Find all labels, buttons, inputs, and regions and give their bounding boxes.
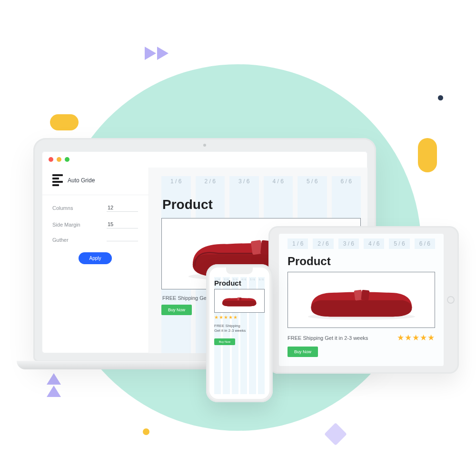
svg-rect-11 — [239, 298, 242, 300]
decoration-vertical-pill-icon — [418, 138, 437, 172]
decoration-dot-icon — [438, 95, 443, 100]
stage: Auto Gride Columns 12 Side Margin 15 G — [0, 0, 476, 476]
gutter-field: Guther — [52, 237, 138, 243]
sidebar-title: Auto Gride — [52, 171, 138, 193]
svg-marker-3 — [47, 386, 61, 397]
zoom-dot-icon[interactable] — [65, 157, 69, 162]
phone-screen: 1 / 6 2 / 6 3 / 6 4 / 6 5 / 6 6 / 6 Prod… — [209, 268, 269, 399]
sidebar-title-text: Auto Gride — [68, 177, 95, 184]
columns-input[interactable]: 12 — [107, 204, 138, 212]
product-heading: Product — [288, 255, 435, 268]
side-margin-field: Side Margin 15 — [52, 220, 138, 228]
decoration-pill-icon — [50, 114, 79, 130]
side-margin-label: Side Margin — [52, 222, 80, 228]
minimize-dot-icon[interactable] — [57, 157, 61, 162]
shipping-line-1: FREE Shipping — [214, 324, 240, 328]
product-heading: Product — [214, 279, 265, 287]
grid-column: 4 / 6 — [364, 238, 384, 249]
buy-now-button[interactable]: Buy Now — [214, 338, 235, 345]
shipping-text: FREE Shipping Get it in 2-3 weeks — [288, 335, 368, 341]
grid-column: 6 / 6 — [415, 238, 435, 249]
grid-column: 3 / 6 — [338, 238, 359, 249]
divider — [42, 195, 149, 195]
gutter-input[interactable] — [107, 239, 138, 241]
svg-marker-1 — [157, 47, 169, 60]
tablet-canvas[interactable]: 1 / 6 2 / 6 3 / 6 4 / 6 5 / 6 6 / 6 Prod… — [279, 234, 444, 366]
phone-device: 1 / 6 2 / 6 3 / 6 4 / 6 5 / 6 6 / 6 Prod… — [206, 264, 273, 402]
shipping-line-2: Get it in 2-3 weeks — [214, 328, 246, 333]
decoration-diamond-icon — [324, 423, 347, 446]
grid-settings-sidebar: Auto Gride Columns 12 Side Margin 15 G — [42, 168, 149, 353]
phone-canvas[interactable]: 1 / 6 2 / 6 3 / 6 4 / 6 5 / 6 6 / 6 Prod… — [209, 268, 269, 399]
buy-now-button[interactable]: Buy Now — [288, 347, 318, 357]
tablet-device: 1 / 6 2 / 6 3 / 6 4 / 6 5 / 6 6 / 6 Prod… — [268, 226, 459, 374]
double-triangle-up-icon — [43, 371, 67, 405]
side-margin-input[interactable]: 15 — [107, 220, 138, 228]
tablet-home-button-icon[interactable] — [447, 296, 455, 304]
grid-column: 1 / 6 — [288, 238, 308, 249]
window-traffic-lights — [42, 151, 367, 168]
sofa-icon — [298, 279, 425, 320]
columns-field: Columns 12 — [52, 204, 138, 212]
fast-forward-icon — [143, 43, 176, 64]
svg-marker-2 — [47, 373, 61, 385]
product-heading: Product — [162, 197, 361, 212]
apply-button[interactable]: Apply — [79, 252, 111, 264]
svg-marker-0 — [145, 47, 156, 60]
close-dot-icon[interactable] — [49, 157, 53, 162]
grid-guides: 1 / 6 2 / 6 3 / 6 4 / 6 5 / 6 6 / 6 — [288, 238, 435, 249]
tablet-screen: 1 / 6 2 / 6 3 / 6 4 / 6 5 / 6 6 / 6 Prod… — [279, 234, 444, 366]
laptop-camera-icon — [203, 144, 206, 147]
sofa-icon — [218, 294, 260, 307]
auto-grid-icon — [52, 174, 63, 186]
decoration-dot-icon — [143, 428, 149, 435]
product-image-card[interactable] — [214, 289, 265, 313]
product-image-card[interactable] — [288, 272, 435, 328]
columns-label: Columns — [52, 205, 73, 211]
rating-stars-icon: ★★★★★ — [214, 315, 265, 320]
grid-column: 5 / 6 — [389, 238, 409, 249]
grid-column: 2 / 6 — [313, 238, 333, 249]
gutter-label: Guther — [52, 237, 69, 243]
shipping-text: FREE Shipping Get it in 2-3 weeks — [214, 324, 265, 334]
svg-rect-9 — [361, 290, 369, 301]
rating-stars-icon: ★★★★★ — [397, 333, 435, 343]
buy-now-button[interactable]: Buy Now — [161, 305, 192, 315]
